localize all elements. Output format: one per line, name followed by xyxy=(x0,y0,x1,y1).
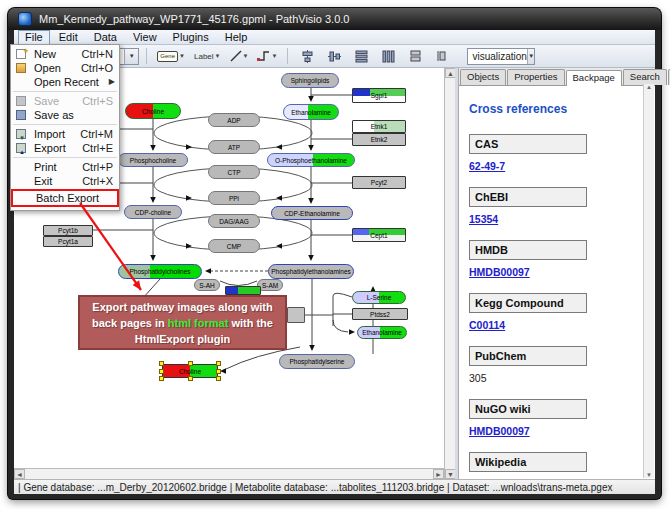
chevron-down-icon[interactable]: ▼ xyxy=(271,53,277,59)
menu-item-shortcut: Ctrl+S xyxy=(82,94,113,108)
pathway-node-sphingolipids[interactable]: Sphingolipids xyxy=(281,73,339,88)
node-label: CTP xyxy=(228,169,241,176)
align-middle-button[interactable] xyxy=(322,46,346,66)
tab-search[interactable]: Search xyxy=(623,69,667,85)
node-label: Sphingolipids xyxy=(291,77,330,84)
distribute-vertical-icon xyxy=(355,50,368,63)
common-height-button[interactable] xyxy=(430,46,454,66)
pathway-node-adp[interactable]: ADP xyxy=(208,113,260,127)
pathway-node-ptdss2[interactable]: Ptdss2 xyxy=(352,308,408,320)
menu-item-label: New xyxy=(34,48,56,60)
xref-link[interactable]: Choline xyxy=(469,478,508,479)
tab-backpage[interactable]: Backpage xyxy=(566,70,622,86)
node-label: Choline xyxy=(142,108,164,115)
window-title: Mm_Kennedy_pathway_WP1771_45176.gpml - P… xyxy=(39,13,349,25)
panel-vertical-scrollbar[interactable]: ▲ ▼ xyxy=(643,84,654,478)
menu-file[interactable]: File xyxy=(18,30,50,45)
pathway-node-choline-top[interactable]: Choline xyxy=(125,103,181,119)
tab-objects[interactable]: Objects xyxy=(460,69,506,85)
file-menu-item-save: SaveCtrl+S xyxy=(11,94,119,108)
selection-handle[interactable] xyxy=(159,376,164,381)
selection-handle[interactable] xyxy=(188,361,193,366)
chevron-down-icon[interactable]: ▼ xyxy=(527,49,535,64)
gene-node-icon: Gene xyxy=(157,51,178,62)
pathway-node-l-serine[interactable]: L-Serine xyxy=(352,291,406,304)
title-bar[interactable]: Mm_Kennedy_pathway_WP1771_45176.gpml - P… xyxy=(8,8,661,30)
file-menu-item-import[interactable]: ImportCtrl+M xyxy=(11,127,119,141)
scroll-left-icon[interactable]: ◄ xyxy=(14,469,25,479)
pathway-node-phosphocholine[interactable]: Phosphocholine xyxy=(118,153,188,167)
file-menu-item-open-recent[interactable]: Open Recent▶ xyxy=(11,75,119,89)
pathway-node-ethanolamine-top[interactable]: Ethanolamine xyxy=(283,104,339,120)
xref-value: Choline xyxy=(469,478,645,479)
pathway-node-phosphatidylethanolamines[interactable]: Phosphatidylethanolamines xyxy=(268,264,354,279)
distribute-rows-button[interactable] xyxy=(349,46,373,66)
xref-link[interactable]: 62-49-7 xyxy=(469,160,505,172)
pathway-node-ppi[interactable]: PPi xyxy=(208,191,260,205)
xref-link[interactable]: HMDB00097 xyxy=(469,266,530,278)
pathway-node-sgpl1[interactable]: Sgpl1 xyxy=(352,88,406,103)
pathway-node-s-ah[interactable]: S-AH xyxy=(194,279,220,291)
pathway-node-pcyt2[interactable]: Pcyt2 xyxy=(352,176,406,189)
distribute-columns-button[interactable] xyxy=(376,46,400,66)
menu-plugins[interactable]: Plugins xyxy=(166,30,216,45)
pathway-node-phosphatidylserine[interactable]: Phosphatidylserine xyxy=(279,354,355,369)
scroll-up-icon[interactable]: ▲ xyxy=(646,84,652,90)
file-menu-item-open[interactable]: OpenCtrl+O xyxy=(11,61,119,75)
xref-link[interactable]: HMDB00097 xyxy=(469,425,530,437)
chevron-down-icon[interactable]: ▼ xyxy=(179,53,185,59)
selection-handle[interactable] xyxy=(216,376,221,381)
pathway-node-pcyt1b[interactable]: Pcyt1b xyxy=(43,225,93,236)
status-text: | Gene database: ...m_Derby_20120602.bri… xyxy=(18,482,612,493)
file-menu-item-export[interactable]: ExportCtrl+E xyxy=(11,141,119,155)
pathway-node-cept1[interactable]: Cept1 xyxy=(352,228,406,242)
pathway-node-cdp-ethanolamine[interactable]: CDP-Ethanolamine xyxy=(271,206,353,220)
file-menu-item-batch-export[interactable]: Batch Export xyxy=(11,189,119,207)
new-connector-button[interactable]: ▼ xyxy=(254,46,280,66)
selection-handle[interactable] xyxy=(159,361,164,366)
selection-handle[interactable] xyxy=(216,369,221,374)
common-width-button[interactable] xyxy=(403,46,427,66)
new-label-button[interactable]: Label ▼ xyxy=(191,46,224,66)
scroll-right-icon[interactable]: ► xyxy=(433,469,444,479)
menu-help[interactable]: Help xyxy=(218,30,255,45)
align-center-button[interactable] xyxy=(295,46,319,66)
selection-handle[interactable] xyxy=(188,376,193,381)
menu-view[interactable]: View xyxy=(126,30,164,45)
canvas-horizontal-scrollbar[interactable]: ◄ ► xyxy=(14,468,444,479)
file-menu-item-print[interactable]: PrintCtrl+P xyxy=(11,160,119,174)
new-datanode-button[interactable]: Gene ▼ xyxy=(154,46,188,66)
chevron-down-icon[interactable]: ▼ xyxy=(215,53,221,59)
canvas-vertical-scrollbar[interactable]: ▲ ▼ xyxy=(444,68,455,479)
xref-link[interactable]: C00114 xyxy=(469,319,505,331)
new-line-button[interactable]: ▼ xyxy=(227,46,252,66)
file-menu-item-exit[interactable]: ExitCtrl+X xyxy=(11,174,119,188)
xref-link[interactable]: 15354 xyxy=(469,213,498,225)
pathway-node-cdp-choline[interactable]: CDP-choline xyxy=(124,205,182,219)
pathway-node-pemt-partial[interactable] xyxy=(225,286,261,295)
pathway-node-o-phosphoethanolamine[interactable]: O-Phosphoethanolamine xyxy=(267,153,355,167)
pathway-node-ctp[interactable]: CTP xyxy=(208,165,260,179)
pathway-node-etnk2[interactable]: Etnk2 xyxy=(352,133,406,146)
toolbar-separator xyxy=(146,48,147,64)
pathway-node-phosphatidylcholines[interactable]: Phosphatidylcholines xyxy=(118,264,202,279)
pathway-node-covered-node-partial[interactable] xyxy=(287,307,305,323)
pathway-node-dag-aag[interactable]: DAG/AAG xyxy=(208,214,260,228)
menu-edit[interactable]: Edit xyxy=(52,30,85,45)
pathway-node-etnk1[interactable]: Etnk1 xyxy=(352,120,406,133)
file-menu-item-new[interactable]: NewCtrl+N xyxy=(11,47,119,61)
tab-properties[interactable]: Properties xyxy=(507,69,564,85)
menu-data[interactable]: Data xyxy=(87,30,124,45)
scroll-down-icon[interactable]: ▼ xyxy=(646,472,652,478)
selection-handle[interactable] xyxy=(159,369,164,374)
selection-handle[interactable] xyxy=(216,361,221,366)
pathway-node-cmp[interactable]: CMP xyxy=(208,239,260,253)
pathway-node-pcyt1a[interactable]: Pcyt1a xyxy=(43,236,93,247)
file-menu-item-save-as[interactable]: Save as xyxy=(11,108,119,122)
visualization-combobox[interactable]: visualization ▼ xyxy=(467,48,535,65)
chevron-down-icon[interactable]: ▼ xyxy=(124,49,138,64)
pathway-node-atp[interactable]: ATP xyxy=(208,140,260,154)
chevron-down-icon[interactable]: ▼ xyxy=(243,53,249,59)
align-middle-icon xyxy=(328,50,341,63)
pathway-node-ethanolamine-bottom[interactable]: Ethanolamine xyxy=(357,326,407,339)
